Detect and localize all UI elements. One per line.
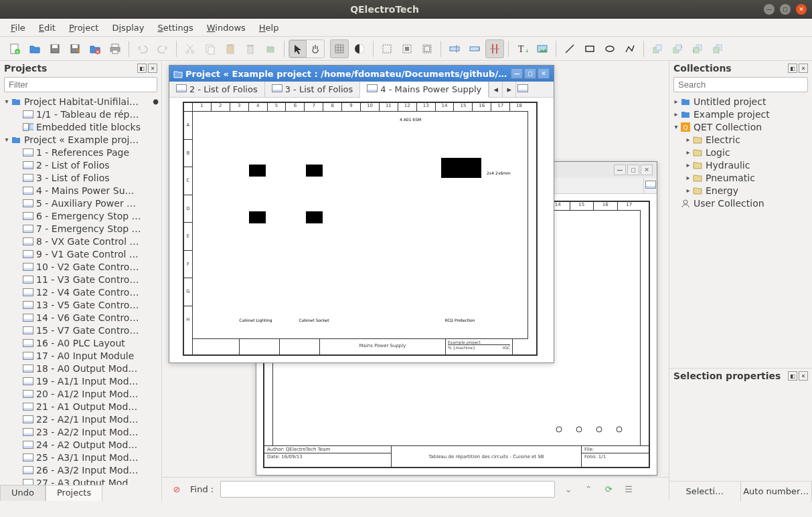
background-toggle-button[interactable] [350,39,369,58]
window-close-button[interactable]: ✕ [796,4,807,15]
project2-item-17[interactable]: 18 - A0 Output Mod… [0,362,161,375]
close-file-button[interactable]: ✕ [86,39,104,58]
project2-item-6[interactable]: 7 - Emergency Stop … [0,222,161,235]
project2-item-0[interactable]: 1 - References Page [0,146,161,159]
project2-item-1[interactable]: 2 - List of Folios [0,159,161,171]
redo-button[interactable] [153,39,172,58]
projects-panel-close-button[interactable]: ✕ [148,64,157,73]
tab-scroll-right-button[interactable]: ▸ [502,82,515,97]
pan-tool-button[interactable] [307,40,324,58]
projects-tab[interactable]: Projects [46,485,102,501]
active-tab-4[interactable]: 4 - Mains Power Supply [360,82,489,98]
find-clear-icon[interactable]: ⊘ [170,483,183,496]
lower-button[interactable] [688,39,707,58]
selection-props-close-button[interactable]: ✕ [799,371,808,381]
ellipse-tool-button[interactable] [600,39,619,58]
window-maximize-button[interactable]: ◻ [780,4,791,15]
rotate-button[interactable] [261,39,280,58]
new-file-button[interactable]: + [5,39,24,58]
collection-0[interactable]: ▸Untitled project [669,95,812,108]
rect-tool-button[interactable] [580,39,599,58]
project2-item-10[interactable]: 11 - V3 Gate Contro… [0,273,161,286]
add-text-button[interactable]: T+ [513,39,532,58]
active-subwindow-close-button[interactable]: ✕ [538,68,550,79]
project2-item-7[interactable]: 8 - VX Gate Control … [0,235,161,247]
menu-display[interactable]: Display [105,21,151,35]
grid-toggle-button[interactable] [330,39,349,58]
selection-tab[interactable]: Selecti… [669,482,741,501]
project2-item-22[interactable]: 23 - A2/2 Input Mod… [0,425,161,438]
collections-panel-detach-button[interactable]: ◧ [788,64,797,73]
project2-item-21[interactable]: 22 - A2/1 Input Mod… [0,413,161,425]
snap-button[interactable] [485,39,504,58]
print-button[interactable] [106,39,125,58]
background-subwindow-max-button[interactable]: ◻ [627,165,639,175]
undo-button[interactable] [133,39,152,58]
copy-button[interactable] [201,39,220,58]
delete-button[interactable] [241,39,260,58]
project2-item-19[interactable]: 20 - A1/2 Input Mod… [0,387,161,400]
menu-project[interactable]: Project [62,21,106,35]
window-minimize-button[interactable]: — [764,4,775,15]
background-subwindow-close-button[interactable]: ✕ [641,165,653,175]
select-invert-button[interactable] [418,39,436,58]
select-nothing-button[interactable] [398,39,416,58]
projects-panel-detach-button[interactable]: ◧ [137,64,147,73]
find-prev-button[interactable]: ⌃ [582,483,595,496]
project2-item-5[interactable]: 6 - Emergency Stop … [0,209,161,222]
add-row-button[interactable] [445,39,464,58]
selection-props-detach-button[interactable]: ◧ [788,371,797,381]
save-as-button[interactable] [66,39,84,58]
project2-item-16[interactable]: 17 - A0 Input Module [0,349,161,362]
project2-item-2[interactable]: 3 - List of Folios [0,171,161,184]
projects-tree[interactable]: ▾Project Habitat-Unifilai…●1/1 - Tableau… [0,94,161,485]
select-all-button[interactable] [378,39,396,58]
project-example[interactable]: ▾Project « Example proj… [0,133,161,146]
raise-button[interactable] [668,39,687,58]
background-subwindow-min-button[interactable]: — [614,165,626,175]
menu-settings[interactable]: Settings [151,21,199,35]
select-tool-button[interactable] [289,40,307,58]
auto-number-tab[interactable]: Auto number… [741,482,813,501]
find-next-button[interactable]: ⌄ [562,483,575,496]
cut-button[interactable] [181,39,199,58]
line-tool-button[interactable] [560,39,579,58]
schematic-canvas[interactable]: Cabinet Lighting Cabinet Socket RCD Prot… [192,111,528,336]
collection-1[interactable]: ▸Example project [669,108,812,120]
collection-2-child-2[interactable]: ▸Hydraulic [669,159,812,171]
project2-item-8[interactable]: 9 - V1 Gate Control … [0,247,161,260]
menu-windows[interactable]: Windows [200,21,252,35]
project1-item-0[interactable]: 1/1 - Tableau de rép… [0,108,161,120]
project-habitat[interactable]: ▾Project Habitat-Unifilai…● [0,95,161,108]
find-options-button[interactable]: ☰ [622,483,635,496]
tab-menu-button[interactable] [515,82,529,97]
find-refresh-button[interactable]: ⟳ [602,483,615,496]
add-image-button[interactable] [533,39,552,58]
project1-item-1[interactable]: Embedded title blocks [0,120,161,133]
collection-2-child-1[interactable]: ▸Logic [669,146,812,159]
active-subwindow-min-button[interactable]: — [511,68,523,79]
projects-filter-input[interactable] [4,77,157,92]
collections-panel-close-button[interactable]: ✕ [799,64,808,73]
collections-search-input[interactable] [673,77,808,92]
menu-help[interactable]: Help [252,21,286,35]
collection-2[interactable]: ▾QQET Collection [669,120,812,133]
project2-item-12[interactable]: 13 - V5 Gate Contro… [0,298,161,311]
send-backward-button[interactable] [708,39,727,58]
bring-forward-button[interactable] [648,39,667,58]
save-button[interactable] [46,39,64,58]
tab-scroll-left-button[interactable]: ◂ [489,82,502,97]
project2-item-18[interactable]: 19 - A1/1 Input Mod… [0,375,161,387]
project2-item-24[interactable]: 25 - A3/1 Input Mod… [0,451,161,463]
collection-2-child-3[interactable]: ▸Pneumatic [669,171,812,184]
project2-item-15[interactable]: 16 - A0 PLC Layout [0,336,161,349]
polyline-tool-button[interactable] [621,39,639,58]
project2-item-26[interactable]: 27 - A3 Output Mod… [0,476,161,485]
project2-item-14[interactable]: 15 - V7 Gate Contro… [0,324,161,336]
collections-tree[interactable]: ▸Untitled project▸Example project▾QQET C… [669,94,812,348]
active-subwindow[interactable]: Project « Example project : /home/fdomat… [169,65,554,363]
open-file-button[interactable] [25,39,44,58]
active-tab-2[interactable]: 2 - List of Folios [169,82,265,97]
project2-item-4[interactable]: 5 - Auxiliary Power … [0,197,161,209]
background-subwindow-tab-menu[interactable] [643,178,657,193]
